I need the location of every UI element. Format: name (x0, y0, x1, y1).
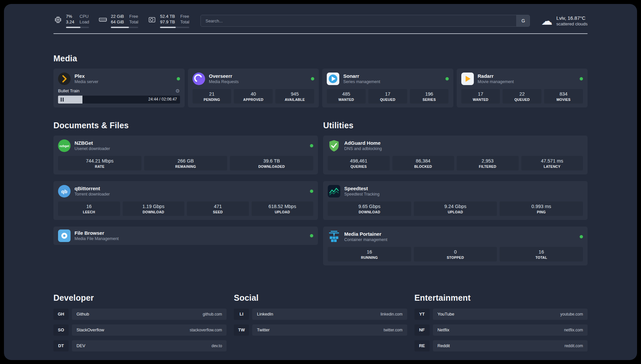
pause-icon[interactable] (61, 98, 64, 102)
stat-tile: 2,953 FILTERED (457, 156, 519, 170)
cpu-icon (53, 15, 63, 24)
cpu-load-label: Load (79, 19, 89, 25)
stat-label: LATENCY (523, 165, 582, 168)
stat-tile: 39.6 TB DOWNLOADED (230, 156, 313, 170)
stat-value: 1.19 Gbps (124, 204, 183, 209)
plex-icon (58, 73, 71, 85)
app-card-nzbget[interactable]: nzbget NZBGet Usenet downloader 744.21 M… (53, 136, 318, 174)
bookmark-name: Reddit (438, 343, 450, 348)
stat-label: BLOCKED (394, 165, 453, 168)
gear-icon[interactable]: ⚙ (175, 88, 180, 93)
status-online-dot (310, 144, 313, 147)
bookmark-netflix[interactable]: NF Netflix netflix.com (414, 324, 588, 336)
status-online-dot (580, 235, 583, 238)
ram-icon (98, 15, 107, 24)
bookmark-name: LinkedIn (257, 312, 273, 317)
stat-label: REMAINING (145, 165, 226, 168)
weather-condition: scattered clouds (556, 21, 588, 26)
disk-total-label: Total (180, 19, 189, 25)
stat-label: RATE (59, 165, 140, 168)
bookmark-name: StackOverflow (76, 327, 104, 332)
stat-value: 0.993 ms (501, 204, 582, 209)
stat-value: 22 (504, 91, 540, 97)
app-name: qBittorrent (75, 186, 306, 191)
stat-tile: 618.52 Mbps UPLOAD (252, 201, 314, 216)
radarr-icon (461, 73, 474, 85)
app-description: Series management (343, 79, 442, 84)
bookmarks-social: Social LI LinkedIn linkedin.com TW Twitt… (234, 293, 407, 356)
stat-value: 9.24 Gbps (415, 204, 496, 209)
bookmark-stackoverflow[interactable]: SO StackOverflow stackoverflow.com (53, 324, 227, 336)
cpu-load-value: 3.24 (66, 19, 74, 25)
bookmark-abbr: YT (414, 309, 430, 320)
app-description: Usenet downloader (75, 146, 306, 151)
media-grid: Plex Media server Bullet Train ⚙ 24:44 /… (53, 69, 588, 107)
section-title-social: Social (234, 293, 407, 303)
app-card-qbittorrent[interactable]: qb qBittorrent Torrent downloader 16 LEE… (53, 181, 318, 220)
bookmark-youtube[interactable]: YT YouTube youtube.com (414, 309, 588, 320)
bookmark-abbr: TW (234, 324, 249, 336)
bookmark-github[interactable]: GH Github github.com (53, 309, 227, 320)
app-name: Overseerr (209, 73, 307, 79)
bookmark-name: Github (76, 312, 89, 317)
stat-label: DOWNLOAD (124, 210, 183, 214)
stat-label: FILTERED (458, 165, 517, 168)
stat-label: PENDING (194, 98, 230, 102)
bookmark-name: Twitter (257, 327, 269, 332)
stat-label: WANTED (328, 98, 364, 102)
cpu-progress-bar (66, 27, 89, 28)
portainer-icon (328, 230, 340, 243)
ram-metric: 22 GiB 64 GiB Free Total (98, 14, 138, 28)
bookmark-reddit[interactable]: RE Reddit reddit.com (414, 340, 588, 351)
ram-progress-fill (111, 27, 129, 28)
cpu-percent: 7% (66, 14, 74, 19)
search-engine-button[interactable]: G (516, 15, 530, 26)
stat-label: SERIES (411, 98, 447, 102)
stat-label: AVAILABLE (277, 98, 313, 102)
app-card-plex[interactable]: Plex Media server Bullet Train ⚙ 24:44 /… (53, 69, 185, 107)
stat-tile: 0.993 ms PING (500, 201, 583, 216)
app-description: Media Requests (209, 79, 307, 84)
disk-free-label: Free (180, 14, 189, 19)
bookmark-url: youtube.com (560, 312, 583, 317)
documents-column: Documents & Files nzbget NZBGet Usenet d (53, 121, 318, 272)
stat-value: 16 (329, 249, 410, 255)
search-input[interactable] (201, 15, 516, 26)
stat-value: 9.65 Gbps (329, 204, 410, 209)
app-card-adguard[interactable]: AdGuard Home DNS and adblocking 498,461 … (323, 136, 588, 174)
bookmark-abbr: DT (53, 340, 69, 351)
bookmark-url: netflix.com (564, 328, 583, 332)
section-title-utilities: Utilities (323, 121, 588, 130)
app-card-overseerr[interactable]: Overseerr Media Requests 21 PENDING 40 A… (188, 69, 319, 107)
playback-progress-bar[interactable]: 24:44 / 02:06:47 (58, 96, 180, 104)
bookmark-url: linkedin.com (381, 312, 403, 317)
stat-tile: 9.24 Gbps UPLOAD (414, 201, 497, 216)
stat-tile: 47.571 ms LATENCY (521, 156, 583, 170)
stat-label: PING (501, 210, 582, 214)
cloud-icon: ☁ (541, 15, 552, 26)
app-description: Torrent downloader (75, 192, 306, 197)
section-title-entertainment: Entertainment (414, 293, 588, 303)
bookmarks-entertainment: Entertainment YT YouTube youtube.com NF … (414, 293, 588, 356)
svg-text:nzbget: nzbget (60, 144, 69, 148)
status-online-dot (310, 190, 313, 193)
bookmark-twitter[interactable]: TW Twitter twitter.com (234, 324, 407, 336)
app-card-filebrowser[interactable]: File Browser Media File Management (53, 227, 318, 245)
app-card-sonarr[interactable]: Sonarr Series management 485 WANTED 17 Q… (322, 69, 453, 107)
stat-tile: 945 AVAILABLE (275, 89, 314, 104)
app-card-speedtest[interactable]: Speedtest Speedtest Tracking 9.65 Gbps D… (323, 181, 588, 220)
bookmark-linkedin[interactable]: LI LinkedIn linkedin.com (234, 309, 407, 320)
stat-tile: 0 STOPPED (414, 247, 497, 261)
top-bar: 7% 3.24 CPU Load (53, 14, 588, 28)
bookmark-name: Netflix (438, 327, 449, 332)
stat-label: LEECH (59, 210, 119, 214)
dashboard-panel: 7% 3.24 CPU Load (4, 4, 637, 360)
stat-value: 485 (328, 91, 364, 97)
stat-label: WANTED (463, 98, 499, 102)
app-card-radarr[interactable]: Radarr Movie management 17 WANTED 22 QUE… (457, 69, 588, 107)
bookmark-url: stackoverflow.com (190, 328, 222, 332)
app-card-portainer[interactable]: Media Portainer Container management 16 … (323, 227, 588, 265)
stat-value: 40 (235, 91, 271, 97)
nzbget-icon: nzbget (58, 139, 71, 152)
bookmark-dev[interactable]: DT DEV dev.to (53, 340, 227, 351)
